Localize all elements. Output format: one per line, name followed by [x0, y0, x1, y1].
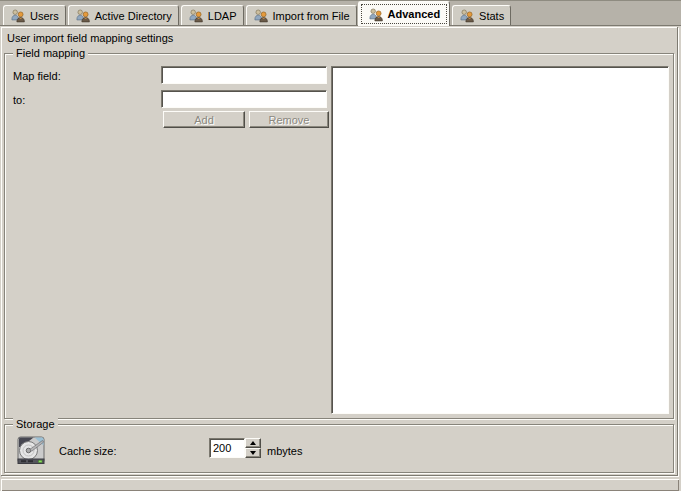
- to-label: to:: [13, 94, 25, 106]
- map-field-input[interactable]: [161, 66, 327, 84]
- tab-label: Stats: [479, 10, 504, 22]
- tab-active-directory[interactable]: Active Directory: [68, 5, 179, 25]
- map-field-label: Map field:: [13, 70, 61, 82]
- field-mapping-group: Field mapping Map field: to: Add Remove: [4, 53, 674, 419]
- users-icon: [368, 7, 384, 22]
- tab-label: Users: [30, 10, 59, 22]
- hard-disk-icon: [15, 434, 47, 466]
- mapping-listbox[interactable]: [331, 66, 669, 414]
- page-description: User import field mapping settings: [7, 32, 173, 44]
- bottom-panel: [1, 479, 679, 491]
- tab-users[interactable]: Users: [3, 5, 66, 25]
- spin-up-button[interactable]: [245, 438, 261, 448]
- add-button[interactable]: Add: [163, 111, 245, 128]
- field-mapping-group-label: Field mapping: [13, 47, 88, 60]
- cache-size-spinner: [245, 438, 261, 458]
- storage-group: Storage Cache size:: [4, 424, 674, 473]
- tab-label: Advanced: [388, 8, 441, 20]
- tab-strip: Users Active Directory LDAP Import from …: [0, 1, 681, 26]
- tab-label: LDAP: [208, 10, 237, 22]
- users-icon: [10, 8, 26, 23]
- tab-stats[interactable]: Stats: [452, 5, 511, 25]
- tab-label: Active Directory: [95, 10, 172, 22]
- spin-down-button[interactable]: [245, 448, 261, 458]
- import-settings-window: Users Active Directory LDAP Import from …: [0, 0, 681, 491]
- up-arrow-icon: [250, 441, 256, 445]
- tab-import-from-file[interactable]: Import from File: [246, 5, 357, 25]
- tab-advanced[interactable]: Advanced: [358, 1, 451, 26]
- users-icon: [188, 8, 204, 23]
- mbytes-label: mbytes: [267, 445, 302, 457]
- cache-size-input[interactable]: [209, 438, 245, 458]
- storage-group-label: Storage: [13, 418, 58, 431]
- users-icon: [459, 8, 475, 23]
- users-icon: [253, 8, 269, 23]
- tab-ldap[interactable]: LDAP: [181, 5, 244, 25]
- users-icon: [75, 8, 91, 23]
- remove-button[interactable]: Remove: [249, 111, 329, 128]
- cache-size-label: Cache size:: [59, 445, 116, 457]
- to-input[interactable]: [161, 90, 327, 108]
- down-arrow-icon: [250, 451, 256, 455]
- tab-label: Import from File: [273, 10, 350, 22]
